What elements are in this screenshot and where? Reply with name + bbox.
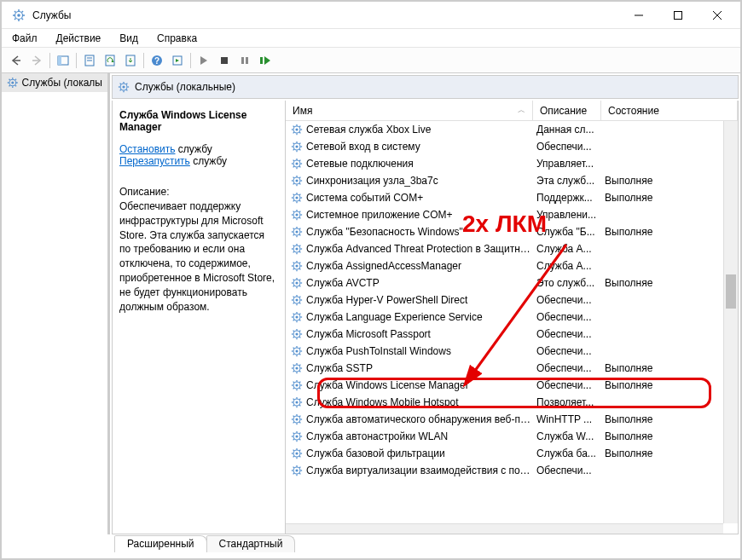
service-row[interactable]: Служба базовой фильтрацииСлужба ба...Вып…: [286, 445, 738, 462]
gear-icon: [289, 311, 304, 323]
stop-link[interactable]: Остановить: [119, 143, 176, 155]
menu-file[interactable]: Файл: [9, 31, 41, 46]
stop-service-button[interactable]: [215, 51, 234, 70]
row-state: Выполняе: [600, 413, 738, 425]
service-row[interactable]: Сетевые подключенияУправляет...: [286, 155, 738, 172]
row-desc: Обеспечи...: [531, 379, 600, 391]
gear-icon: [289, 243, 304, 255]
tree-root-services[interactable]: Службы (локалы: [2, 73, 107, 92]
main-area: Службы (локалы Службы (локальные) Служба…: [2, 73, 740, 534]
row-name: Служба Microsoft Passport: [304, 328, 531, 340]
col-state[interactable]: Состояние: [601, 101, 738, 120]
menu-view[interactable]: Вид: [116, 31, 142, 46]
close-button[interactable]: [698, 3, 737, 28]
row-name: Служба автоматического обнаружения веб-п…: [304, 413, 531, 425]
back-button[interactable]: [7, 51, 26, 70]
maximize-button[interactable]: [658, 3, 698, 28]
export-button[interactable]: [121, 51, 140, 70]
service-row[interactable]: Служба Advanced Threat Protection в Защи…: [286, 240, 738, 257]
row-desc: Обеспечи...: [531, 311, 600, 323]
list-header: Службы (локальные): [112, 75, 739, 99]
row-name: Служба Windows License Manager: [304, 379, 531, 391]
service-row[interactable]: Сетевой вход в системуОбеспечи...: [286, 138, 738, 155]
tab-extended[interactable]: Расширенный: [114, 535, 207, 552]
service-row[interactable]: Служба Microsoft PassportОбеспечи...: [286, 326, 738, 343]
row-name: Служба SSTP: [304, 362, 531, 374]
rows: Сетевая служба Xbox LiveДанная сл...Сете…: [286, 121, 738, 534]
row-desc: Обеспечи...: [531, 328, 600, 340]
gear-icon: [289, 260, 304, 272]
help-button[interactable]: ?: [148, 51, 166, 70]
row-state: Выполняе: [600, 226, 738, 238]
row-desc: Управляет...: [531, 158, 600, 170]
svg-text:?: ?: [154, 56, 159, 66]
toolbar-btn[interactable]: [168, 51, 187, 70]
service-row[interactable]: Система событий COM+Поддержк...Выполняе: [286, 189, 738, 206]
row-name: Служба "Безопасность Windows": [304, 226, 531, 238]
service-row[interactable]: Системное приложение COM+Управлени...: [286, 206, 738, 223]
service-row[interactable]: Служба Language Experience ServiceОбеспе…: [286, 309, 738, 326]
service-row[interactable]: Служба "Безопасность Windows"Служба "Б..…: [286, 223, 738, 240]
list-header-label: Службы (локальные): [135, 81, 235, 93]
row-desc: Это служб...: [531, 277, 600, 289]
minimize-button[interactable]: [619, 3, 658, 28]
gear-icon: [289, 226, 304, 238]
service-row[interactable]: Служба AVCTPЭто служб...Выполняе: [286, 274, 738, 292]
service-row[interactable]: Служба SSTPОбеспечи...Выполняе: [286, 360, 738, 377]
service-row[interactable]: Синхронизация узла_3ba7cЭта служб...Выпо…: [286, 172, 738, 189]
row-name: Служба виртуализации взаимодействия с по…: [304, 465, 531, 476]
tab-standard[interactable]: Стандартный: [206, 535, 296, 552]
column-headers: Имя︿ Описание Состояние: [286, 101, 738, 121]
col-name[interactable]: Имя︿: [286, 101, 533, 120]
scrollbar-thumb[interactable]: [726, 274, 736, 309]
svg-rect-28: [246, 57, 248, 64]
pause-service-button[interactable]: [235, 51, 254, 70]
service-row[interactable]: Служба Windows Mobile HotspotПозволяет..…: [286, 394, 738, 411]
row-name: Система событий COM+: [304, 192, 531, 204]
row-state: Выполняе: [600, 277, 738, 289]
row-desc: Служба A...: [531, 243, 600, 255]
row-name: Сетевые подключения: [304, 158, 531, 170]
service-row[interactable]: Служба PushToInstall WindowsОбеспечи...: [286, 343, 738, 360]
description-label: Описание:: [119, 186, 278, 198]
row-state: Выполняе: [600, 430, 738, 442]
row-state: Выполняе: [600, 447, 738, 459]
restart-link[interactable]: Перезапустить: [119, 155, 190, 167]
service-row[interactable]: Служба Hyper-V PowerShell DirectОбеспечи…: [286, 292, 738, 309]
menu-action[interactable]: Действие: [53, 31, 105, 46]
service-row[interactable]: Служба автонастройки WLANСлужба W...Выпо…: [286, 428, 738, 445]
row-name: Синхронизация узла_3ba7c: [304, 175, 531, 187]
window-title: Службы: [32, 9, 619, 21]
gear-icon: [289, 430, 304, 442]
horizontal-scrollbar[interactable]: [286, 523, 723, 534]
service-row[interactable]: Служба виртуализации взаимодействия с по…: [286, 462, 738, 479]
vertical-scrollbar[interactable]: [723, 121, 738, 523]
row-desc: Служба "Б...: [531, 226, 600, 238]
row-desc: Позволяет...: [531, 396, 600, 408]
restart-service-button[interactable]: [256, 51, 275, 70]
menu-help[interactable]: Справка: [154, 31, 200, 46]
properties-button[interactable]: [80, 51, 99, 70]
start-service-button[interactable]: [194, 51, 213, 70]
col-description[interactable]: Описание: [533, 101, 601, 120]
row-state: Выполняе: [600, 362, 738, 374]
gear-icon: [289, 447, 304, 459]
service-row[interactable]: Сетевая служба Xbox LiveДанная сл...: [286, 121, 738, 138]
service-row[interactable]: Служба автоматического обнаружения веб-п…: [286, 411, 738, 428]
row-desc: Данная сл...: [531, 124, 600, 136]
service-row[interactable]: Служба AssignedAccessManagerСлужба A...: [286, 257, 738, 274]
row-name: Служба Hyper-V PowerShell Direct: [304, 294, 531, 306]
forward-button[interactable]: [27, 51, 46, 70]
gear-icon: [289, 141, 304, 153]
service-row[interactable]: Служба Windows License ManagerОбеспечи..…: [286, 377, 738, 394]
gear-icon: [289, 277, 304, 289]
row-name: Служба Windows Mobile Hotspot: [304, 396, 531, 408]
row-name: Служба PushToInstall Windows: [304, 345, 531, 357]
menubar: Файл Действие Вид Справка: [2, 29, 740, 48]
selected-service-title: Служба Windows License Manager: [119, 109, 278, 133]
refresh-button[interactable]: [101, 51, 119, 70]
hide-tree-button[interactable]: [54, 51, 72, 70]
detail-pane: Служба Windows License Manager Остановит…: [113, 101, 285, 534]
gear-icon: [289, 175, 304, 187]
row-name: Служба AssignedAccessManager: [304, 260, 531, 272]
